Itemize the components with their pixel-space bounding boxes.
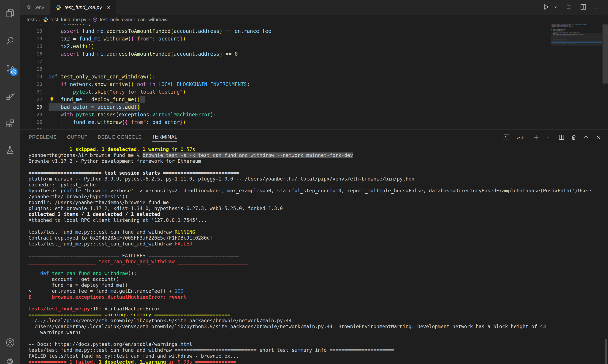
close-panel-icon[interactable]	[595, 134, 602, 142]
maximize-panel-icon[interactable]	[583, 134, 589, 142]
terminal-row	[28, 264, 608, 270]
bottom-panel: PROBLEMSOUTPUTDEBUG CONSOLETERMINAL zsh …	[20, 129, 608, 364]
code-line[interactable]: def test_only_owner_can_withdraw():	[49, 73, 551, 80]
minimap-selection-highlight	[551, 41, 602, 43]
gear-file-icon	[26, 4, 32, 10]
code-line[interactable]: assert fund_me.addressToAmountFunded(acc…	[49, 27, 551, 35]
code-line[interactable]	[49, 65, 551, 73]
terminal-row: > entrance_fee = fund_me.getEntranceFee(…	[28, 288, 608, 294]
editor-scrollbar-thumb[interactable]	[603, 25, 608, 83]
terminal-row	[28, 247, 608, 253]
terminal-row	[28, 335, 608, 341]
code-line[interactable]	[49, 126, 551, 129]
synchronize-changes-icon[interactable]	[565, 3, 573, 11]
code-line[interactable]: tx2 = fund_me.withdraw({"from": account}…	[49, 35, 551, 43]
terminal-row: ========================= warnings summa…	[28, 312, 608, 318]
selection-fragment	[140, 96, 145, 103]
terminal-row: hypothesis profile 'brownie-verbose' -> …	[28, 188, 608, 194]
python-file-icon	[43, 17, 48, 22]
scm-pending-badge	[10, 68, 18, 76]
terminal-row: tests/test_fund_me.py::test_can_fund_and…	[28, 347, 608, 353]
terminal-icon	[503, 134, 510, 142]
search-icon[interactable]	[0, 31, 20, 51]
tab-test-fund-me[interactable]: test_fund_me.py ×	[50, 0, 116, 15]
explorer-icon[interactable]	[0, 3, 20, 23]
lightbulb-icon[interactable]	[49, 97, 55, 103]
run-dropdown-chevron-icon[interactable]	[553, 4, 558, 10]
terminal-row: def test_can_fund_and_withdraw():	[28, 270, 608, 276]
tab-env-label: .env	[35, 4, 44, 10]
terminal-row: -- Docs: https://docs.pytest.org/en/stab…	[28, 341, 608, 347]
panel-tab-terminal[interactable]: TERMINAL	[152, 134, 177, 142]
line-number: 17	[20, 58, 42, 65]
line-number: 20	[20, 80, 42, 88]
terminal-row: Attached to local RPC client listening a…	[28, 217, 608, 223]
new-terminal-icon[interactable]	[533, 134, 540, 142]
panel-tab-problems[interactable]: PROBLEMS	[29, 134, 57, 141]
terminal-row: account = get_account()	[28, 276, 608, 282]
terminal-row: FAILED tests/test_fund_me.py::test_can_f…	[28, 353, 608, 359]
terminal-row: cachedir: .pytest_cache	[28, 182, 608, 188]
code-line[interactable]: if network.show_active() not in LOCAL_BL…	[49, 80, 551, 88]
terminal-row: Brownie v1.17.2 - Python development fra…	[28, 158, 608, 164]
terminal-output[interactable]: ============= 1 skipped, 1 deselected, 1…	[28, 146, 608, 364]
terminal-row: tests/test_fund_me.py:10: VirtualMachine…	[28, 306, 608, 312]
code-line[interactable]: fund_me.withdraw({"from": bad_actor})	[49, 118, 551, 126]
terminal-row: fund_me = deploy_fund_me()	[28, 282, 608, 288]
terminal-row: /Users/yoanbertha/.local/pipx/venvs/eth-…	[28, 324, 608, 329]
terminal-row	[28, 164, 608, 170]
line-number: 13	[20, 27, 42, 35]
python-file-icon	[55, 4, 61, 10]
editor-code-area[interactable]: tx.wait(1) assert fund_me.addressToAmoun…	[49, 25, 551, 129]
code-line[interactable]: tx2.wait(1)	[49, 43, 551, 50]
panel-tab-output[interactable]: OUTPUT	[67, 134, 88, 141]
extensions-icon[interactable]	[0, 113, 20, 133]
tab-close-icon[interactable]: ×	[107, 4, 110, 11]
terminal-row: _______________________ test_can_fund_an…	[28, 259, 608, 264]
launch-profile-chevron-icon[interactable]	[545, 135, 550, 141]
testing-icon[interactable]	[0, 140, 20, 160]
terminal-row	[28, 300, 608, 306]
panel-tab-debug-console[interactable]: DEBUG CONSOLE	[98, 134, 142, 141]
more-actions-icon[interactable]: ···	[594, 3, 603, 12]
vscode-window: .env test_fund_me.py × ··· tests › test_…	[0, 0, 608, 364]
run-python-file-icon[interactable]	[542, 3, 550, 11]
split-terminal-icon[interactable]	[558, 134, 565, 142]
shell-name[interactable]: zsh	[517, 135, 524, 141]
line-number: 15	[20, 43, 42, 50]
terminal-row: E brownie.exceptions.VirtualMachineError…	[28, 294, 608, 300]
manage-gear-icon[interactable]	[0, 352, 20, 364]
minimap-slider[interactable]	[551, 33, 602, 46]
terminal-row: ========================= test session s…	[28, 170, 608, 176]
terminal-row: warnings.warn(	[28, 329, 608, 335]
tab-env[interactable]: .env	[20, 0, 50, 15]
breadcrumb-separator: ›	[88, 17, 90, 23]
code-line[interactable]: pytest.skip("only for local testing")	[49, 88, 551, 96]
terminal-scrollbar-thumb[interactable]	[605, 339, 607, 364]
kill-terminal-icon[interactable]	[570, 134, 577, 142]
code-line[interactable]: tx.wait(1)	[49, 25, 551, 27]
source-control-icon[interactable]	[0, 59, 20, 79]
terminal-row: Contract deployed to 0x204528AcF7005FF3a…	[28, 235, 608, 241]
terminal-row: ../../.local/pipx/venvs/eth-brownie/lib/…	[28, 318, 608, 324]
breadcrumb-symbol[interactable]: test_only_owner_can_withdraw	[100, 17, 168, 23]
minimap[interactable]: from scripts.helpful_scripts import get_…	[551, 25, 602, 129]
accounts-icon[interactable]	[0, 332, 20, 353]
breadcrumb-tests[interactable]: tests	[27, 17, 37, 23]
tab-test-fund-me-label: test_fund_me.py	[64, 4, 102, 10]
code-line[interactable]: assert fund_me.addressToAmountFunded(acc…	[49, 50, 551, 58]
breadcrumb-file[interactable]: test_fund_me.py	[51, 17, 86, 23]
run-and-debug-icon[interactable]	[0, 87, 20, 107]
editor-tab-bar: .env test_fund_me.py × ···	[20, 0, 608, 15]
terminal-row: yoanbertha@Yoans-Air brownie_fund_me % b…	[28, 152, 608, 158]
code-line[interactable]: fund_me = deploy_fund_me()	[49, 96, 551, 103]
code-line[interactable]: with pytest.raises(exceptions.VirtualMac…	[49, 111, 551, 118]
line-number: 14	[20, 35, 42, 43]
line-number: 23	[20, 103, 42, 111]
code-editor[interactable]: 121314151617181920212223242526 tx.wait(1…	[20, 25, 608, 129]
terminal-row: rootdir: /Users/yoanbertha/demos/brownie…	[28, 199, 608, 205]
split-editor-icon[interactable]	[580, 3, 587, 11]
editor-actions: ···	[542, 0, 603, 15]
code-line[interactable]	[49, 58, 551, 65]
code-line[interactable]: ····bad_actor = accounts.add()	[49, 103, 551, 111]
